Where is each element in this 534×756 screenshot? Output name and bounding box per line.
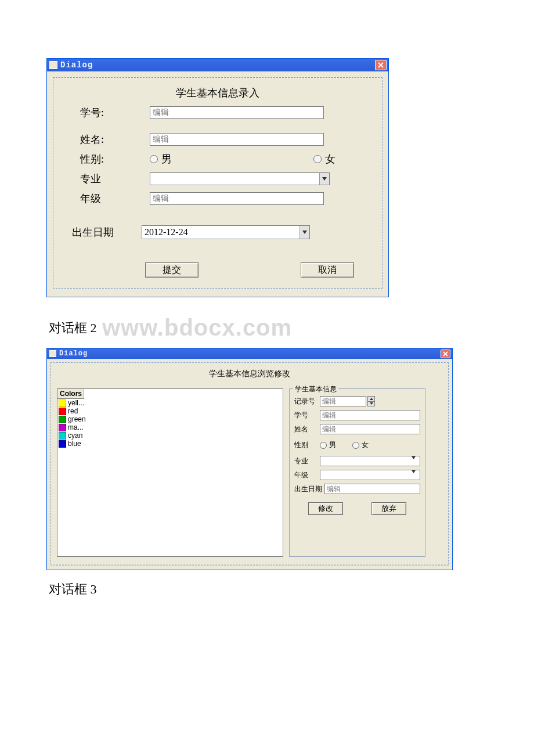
grade-combo-2[interactable] (320, 470, 420, 480)
birth-value: 2012-12-24 (142, 227, 188, 237)
caption-dialog3: 对话框 3 (49, 581, 488, 598)
chevron-down-icon[interactable] (412, 470, 420, 480)
gender-female-radio[interactable] (313, 155, 322, 163)
list-header: Colors (57, 389, 84, 399)
color-swatch-icon (59, 424, 66, 431)
colors-listbox[interactable]: Colors yell... red green ma... cyan blue (57, 388, 283, 557)
dialog1-groupbox: 学生基本信息录入 学号: 姓名: 性别: 男 (53, 77, 383, 289)
dialog2-window: Dialog 学生基本信息浏览修改 Colors yell... red gre… (46, 348, 453, 570)
dialog1-window: Dialog 学生基本信息录入 学号: 姓名: 性别: (46, 58, 389, 297)
name-input-2[interactable] (320, 424, 420, 434)
gender-female-radio-2[interactable] (352, 442, 359, 449)
list-item[interactable]: ma... (57, 423, 283, 431)
dialog1-group-title: 学生基本信息录入 (64, 86, 371, 100)
dialog2-titlebar[interactable]: Dialog (47, 348, 452, 359)
list-item-label: blue (68, 440, 81, 448)
caption-dialog2: 对话框 2 www.bdocx.com (49, 315, 488, 341)
label-student-id-2: 学号 (294, 411, 320, 420)
grade-input[interactable] (150, 192, 324, 205)
watermark-text: www.bdocx.com (102, 315, 292, 340)
birth-date-picker[interactable]: 2012-12-24 (142, 225, 310, 239)
spinner-down-icon[interactable] (367, 402, 375, 407)
list-item[interactable]: yell... (57, 399, 283, 407)
gender-male-radio-2[interactable] (320, 442, 327, 449)
discard-button[interactable]: 放弃 (371, 502, 406, 515)
gender-male-radio[interactable] (150, 155, 158, 163)
student-info-fieldset: 学生基本信息 记录号 学号 (289, 388, 425, 557)
list-item-label: red (68, 407, 78, 415)
chevron-down-icon[interactable] (319, 173, 329, 185)
label-record-no: 记录号 (294, 397, 320, 406)
list-item-label: ma... (68, 423, 84, 431)
label-major: 专业 (64, 172, 150, 186)
major-combo[interactable] (150, 172, 330, 185)
color-swatch-icon (59, 408, 66, 415)
color-swatch-icon (59, 432, 66, 440)
chevron-down-icon[interactable] (300, 226, 309, 239)
label-birth: 出生日期 (64, 225, 142, 239)
cancel-button[interactable]: 取消 (301, 262, 354, 278)
list-item-label: green (68, 415, 86, 423)
fieldset-legend: 学生基本信息 (293, 384, 338, 394)
color-swatch-icon (59, 416, 66, 423)
gender-female-label-2: 女 (362, 440, 369, 450)
record-no-spinner[interactable] (367, 396, 375, 406)
label-name: 姓名: (64, 132, 150, 146)
dialog1-titlebar[interactable]: Dialog (47, 59, 388, 71)
submit-button[interactable]: 提交 (145, 262, 199, 278)
gender-male-label-2: 男 (329, 440, 336, 450)
chevron-down-icon[interactable] (412, 456, 420, 466)
label-grade-2: 年级 (294, 470, 320, 480)
gender-female-label: 女 (325, 152, 335, 166)
list-item[interactable]: blue (57, 440, 283, 448)
label-birth-2: 出生日期 (294, 484, 324, 494)
color-swatch-icon (59, 399, 66, 407)
record-no-input[interactable] (320, 396, 366, 406)
birth-input-2[interactable] (324, 484, 420, 494)
close-icon[interactable] (441, 350, 450, 358)
modify-button[interactable]: 修改 (308, 502, 343, 515)
dialog2-title: Dialog (59, 350, 88, 358)
list-item[interactable]: red (57, 407, 283, 415)
caption3-text: 对话框 3 (49, 582, 97, 596)
dialog1-title: Dialog (60, 60, 93, 70)
label-name-2: 姓名 (294, 424, 320, 434)
system-menu-icon[interactable] (49, 350, 56, 357)
spinner-up-icon[interactable] (367, 396, 375, 402)
list-item-label: cyan (68, 431, 82, 440)
dialog2-group-title: 学生基本信息浏览修改 (57, 369, 442, 379)
dialog2-groupbox: 学生基本信息浏览修改 Colors yell... red green ma..… (50, 362, 449, 564)
label-student-id: 学号: (64, 106, 150, 120)
list-item[interactable]: cyan (57, 431, 283, 440)
gender-male-label: 男 (161, 152, 172, 166)
label-gender: 性别: (64, 152, 150, 166)
name-input[interactable] (150, 133, 324, 146)
student-id-input[interactable] (150, 106, 324, 119)
label-grade: 年级 (64, 192, 150, 206)
label-major-2: 专业 (294, 456, 320, 466)
list-item[interactable]: green (57, 415, 283, 423)
color-swatch-icon (59, 440, 66, 448)
label-gender-2: 性别 (294, 440, 320, 450)
close-icon[interactable] (375, 60, 387, 70)
student-id-input-2[interactable] (320, 410, 420, 420)
major-combo-2[interactable] (320, 456, 420, 466)
bottom-border (50, 566, 449, 566)
system-menu-icon[interactable] (49, 61, 57, 69)
list-item-label: yell... (68, 399, 84, 407)
caption2-text: 对话框 2 (49, 321, 97, 335)
